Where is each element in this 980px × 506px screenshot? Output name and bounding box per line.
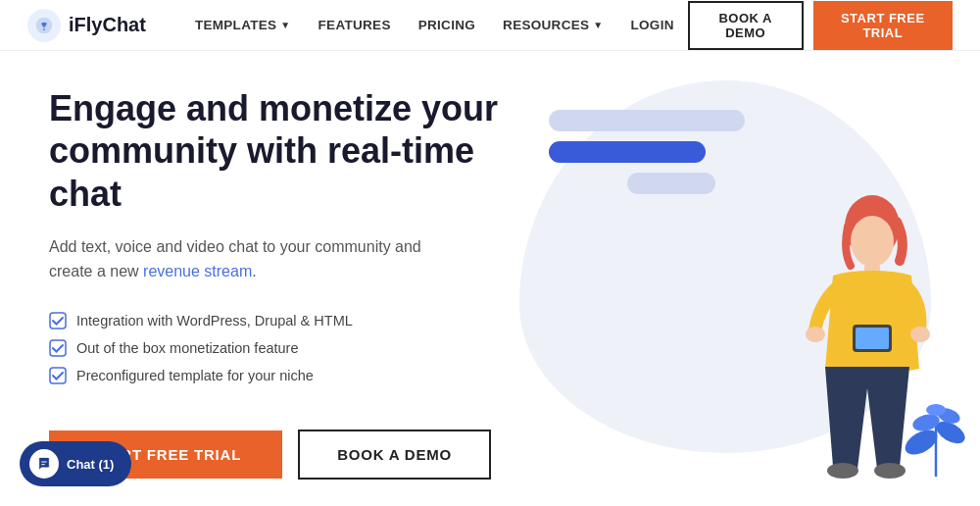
checkbox-icon: [49, 367, 67, 384]
chat-widget[interactable]: Chat (1): [20, 441, 131, 486]
navbar: iFlyChat TEMPLATES ▼ FEATURES PRICING RE…: [0, 0, 980, 51]
checkbox-icon: [49, 339, 67, 357]
logo-text: iFlyChat: [69, 14, 146, 36]
svg-point-12: [827, 463, 858, 479]
checklist-item: Preconfigured template for your niche: [49, 367, 510, 384]
nav-pricing[interactable]: PRICING: [405, 0, 489, 51]
chevron-down-icon: ▼: [280, 20, 290, 30]
start-trial-nav-button[interactable]: START FREE TRIAL: [813, 1, 953, 50]
nav-links: TEMPLATES ▼ FEATURES PRICING RESOURCES ▼…: [181, 0, 688, 51]
person-illustration: [755, 173, 951, 506]
chat-bubble-2: [549, 141, 706, 163]
svg-rect-11: [856, 328, 889, 349]
logo[interactable]: iFlyChat: [27, 9, 146, 42]
svg-point-6: [851, 216, 894, 267]
hero-heading: Engage and monetize your community with …: [49, 87, 510, 215]
chat-bubbles-illustration: [549, 110, 745, 204]
chat-widget-label: Chat (1): [67, 457, 114, 472]
nav-actions: BOOK A DEMO START FREE TRIAL: [688, 1, 953, 50]
hero-illustration: [510, 51, 980, 506]
chat-widget-icon: [29, 449, 59, 479]
nav-features[interactable]: FEATURES: [305, 0, 405, 51]
revenue-link[interactable]: revenue stream: [143, 263, 252, 279]
book-demo-hero-button[interactable]: BOOK A DEMO: [298, 430, 491, 480]
hero-subtext: Add text, voice and video chat to your c…: [49, 234, 461, 284]
nav-templates[interactable]: TEMPLATES ▼: [181, 0, 305, 51]
svg-point-8: [806, 327, 825, 342]
nav-login[interactable]: LOGIN: [617, 0, 688, 51]
hero-section: Engage and monetize your community with …: [0, 51, 980, 506]
hero-content: Engage and monetize your community with …: [0, 51, 510, 506]
chat-bubble-3: [627, 173, 715, 194]
svg-point-1: [42, 24, 45, 26]
checklist-item: Integration with WordPress, Drupal & HTM…: [49, 312, 510, 329]
feature-checklist: Integration with WordPress, Drupal & HTM…: [49, 312, 510, 394]
chevron-down-icon: ▼: [593, 20, 603, 30]
nav-resources[interactable]: RESOURCES ▼: [489, 0, 616, 51]
svg-point-13: [874, 463, 906, 479]
checklist-item: Out of the box monetization feature: [49, 339, 510, 357]
logo-icon: [27, 9, 61, 42]
checkbox-icon: [49, 312, 67, 329]
book-demo-nav-button[interactable]: BOOK A DEMO: [688, 1, 804, 50]
chat-bubble-1: [549, 110, 745, 131]
svg-point-9: [910, 327, 930, 342]
